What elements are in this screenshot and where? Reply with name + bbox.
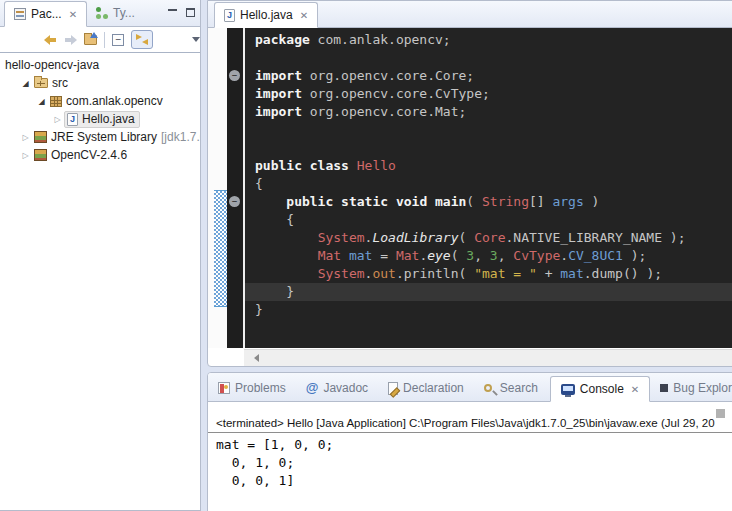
search-icon [484,384,492,392]
code-token: System [318,230,365,245]
code-token: CvType [513,248,560,263]
code-token: . [560,248,568,263]
tab-label: Javadoc [323,381,368,395]
code-token: { [255,176,263,191]
java-file-icon [67,113,78,126]
code-token: ( [459,230,475,245]
code-token: import [255,104,302,119]
code-token: .NATIVE_LIBRARY_NAME ); [505,230,685,245]
code-token: ( [451,248,467,263]
code-token [255,194,286,209]
tab-hello-java[interactable]: Hello.java ✕ [214,2,318,28]
code-token: [] [529,194,552,209]
code-line: package com.anlak.opencv; [245,31,732,49]
package-folder-icon [34,78,48,88]
forward-arrow-icon[interactable] [64,35,77,45]
editor-tab-label: Hello.java [240,8,293,22]
tab-label: Console [580,382,624,396]
project-tree[interactable]: hello-opencv-java◢src◢com.anlak.opencv▷H… [0,53,200,164]
code-token: void [396,194,427,209]
type-hierarchy-icon [96,7,108,19]
tab-label: Ty... [113,6,135,20]
code-token: static [341,194,388,209]
tree-item-opencv-2-4-6[interactable]: ▷OpenCV-2.4.6 [0,146,200,164]
tree-item-hello-java[interactable]: ▷Hello.java [0,110,200,128]
tree-item-src[interactable]: ◢src [0,74,200,92]
tab-javadoc[interactable]: Javadoc [296,375,378,401]
code-token: org.opencv.core.Mat; [302,104,466,119]
tree-item-label: Hello.java [82,112,135,126]
close-icon[interactable]: ✕ [298,10,308,21]
java-file-icon [224,9,235,22]
code-token: Mat [396,248,419,263]
console-icon [561,384,575,395]
editor-horizontal-scrollbar[interactable] [244,349,732,366]
code-token: ( [466,194,482,209]
code-line: import org.opencv.core.CvType; [245,85,732,103]
fold-collapse-icon[interactable]: − [229,70,240,81]
tree-item-content: hello-opencv-java [3,57,103,74]
range-indicator [214,190,227,307]
view-menu-icon[interactable] [192,37,200,42]
code-area[interactable]: package com.anlak.opencv;import org.open… [245,28,732,348]
tree-item-content: com.anlak.opencv [48,93,167,110]
code-token [333,194,341,209]
javadoc-icon [306,382,319,394]
code-token: = [372,248,395,263]
library-icon [34,149,47,161]
collapsed-arrow-icon[interactable]: ▷ [19,133,32,142]
tree-item-com-anlak-opencv[interactable]: ◢com.anlak.opencv [0,92,200,110]
tree-item-jre-system-library[interactable]: ▷JRE System Library [jdk1.7.0 [0,128,200,146]
expanded-arrow-icon[interactable]: ◢ [19,79,32,88]
close-icon[interactable]: ✕ [67,9,77,20]
collapsed-arrow-icon[interactable]: ▷ [19,151,32,160]
editor-tabbar: Hello.java ✕ [208,1,732,28]
collapsed-arrow-icon[interactable]: ▷ [51,115,64,124]
code-token: ); [623,248,646,263]
code-token: ) [584,194,600,209]
code-token [427,194,435,209]
code-token: LoadLibrary [372,230,458,245]
tab-bug-explorer[interactable]: Bug Explorer [650,375,732,401]
tree-item-hello-opencv-java[interactable]: hello-opencv-java [0,56,200,74]
code-token: , [498,248,514,263]
tree-item-decoration: [jdk1.7.0 [161,130,200,144]
back-arrow-icon[interactable] [44,35,57,45]
import-folder-icon[interactable] [84,35,98,45]
tree-item-label: OpenCV-2.4.6 [51,148,127,162]
scroll-left-icon[interactable] [254,354,259,362]
tree-item-content: Hello.java [64,111,140,128]
code-token: com.anlak.opencv; [310,32,451,47]
console-toolbar-icon[interactable] [716,409,725,418]
tree-item-label: com.anlak.opencv [66,94,163,108]
tab-console[interactable]: Console✕ [550,376,650,402]
close-icon[interactable]: ✕ [629,384,639,395]
code-line: { [245,175,732,193]
console-output[interactable]: mat = [1, 0, 0; 0, 1, 0; 0, 0, 1] [208,433,732,490]
code-token: class [310,158,349,173]
editor-body[interactable]: package com.anlak.opencv;import org.open… [208,28,732,348]
code-token: eye [427,248,450,263]
minimize-icon[interactable] [168,9,177,17]
expanded-arrow-icon[interactable]: ◢ [35,97,48,106]
console-process-label: <terminated> Hello [Java Application] C:… [208,417,732,433]
collapse-all-icon[interactable]: − [112,34,124,46]
code-line: System.out.println( "mat = " + mat.dump(… [245,265,732,283]
tab-type-hierarchy[interactable]: Ty... [87,0,144,26]
fold-collapse-icon[interactable]: − [229,196,240,207]
tree-item-label: hello-opencv-java [5,58,99,72]
code-token: CV_8UC1 [568,248,623,263]
toolbar-separator [104,32,105,48]
code-token: args [552,194,583,209]
code-token: System [318,266,365,281]
package-icon [50,96,62,107]
code-token [255,230,318,245]
tab-package-explorer[interactable]: Pac... ✕ [4,1,87,27]
tab-declaration[interactable]: Declaration [378,375,474,401]
tab-search[interactable]: Search [474,375,548,401]
package-explorer-icon [14,8,26,20]
tab-problems[interactable]: Problems [208,375,296,401]
link-with-editor-button[interactable] [131,30,153,49]
code-token: .dump() ); [584,266,662,281]
maximize-icon[interactable] [186,8,195,17]
